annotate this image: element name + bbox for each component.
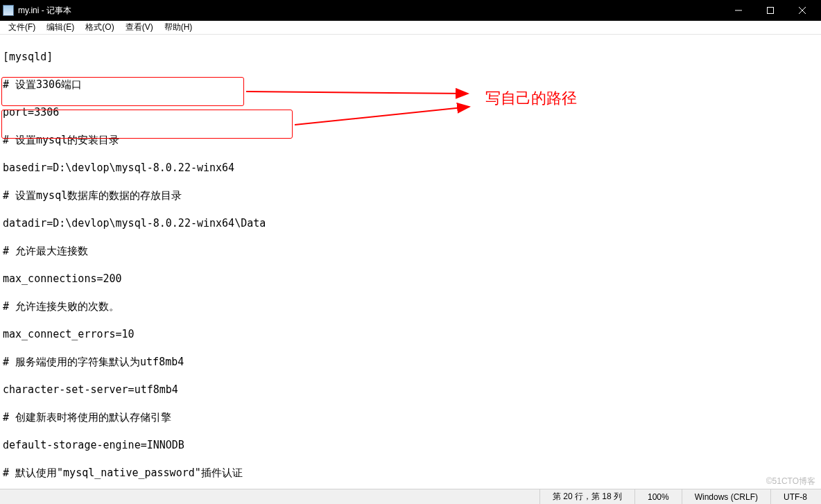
text-line: # 服务端使用的字符集默认为utf8mb4 bbox=[3, 355, 818, 369]
text-line: max_connect_errors=10 bbox=[3, 327, 818, 341]
close-button[interactable] bbox=[786, 0, 818, 21]
text-line: [mysqld] bbox=[3, 50, 818, 64]
text-line: basedir=D:\devlop\mysql-8.0.22-winx64 bbox=[3, 161, 818, 175]
text-line: # 设置mysql的安装目录 bbox=[3, 133, 818, 147]
window-title: my.ini - 记事本 bbox=[18, 5, 723, 17]
annotation-label: 写自己的路径 bbox=[485, 92, 577, 105]
menu-file[interactable]: 文件(F) bbox=[3, 20, 41, 35]
status-zoom: 100% bbox=[634, 489, 682, 504]
text-line: max_connections=200 bbox=[3, 272, 818, 286]
menu-view[interactable]: 查看(V) bbox=[120, 20, 159, 35]
text-line: # 默认使用"mysql_native_password"插件认证 bbox=[3, 466, 818, 480]
text-line: # 设置mysql数据库的数据的存放目录 bbox=[3, 189, 818, 202]
text-line: # 创建新表时将使用的默认存储引擎 bbox=[3, 410, 818, 424]
menu-format[interactable]: 格式(O) bbox=[80, 20, 119, 35]
status-position: 第 20 行，第 18 列 bbox=[539, 489, 634, 504]
editor-content[interactable]: [mysqld] # 设置3306端口 port=3306 # 设置mysql的… bbox=[0, 35, 821, 489]
menubar: 文件(F) 编辑(E) 格式(O) 查看(V) 帮助(H) bbox=[0, 21, 821, 35]
window-controls bbox=[723, 0, 818, 21]
text-line: datadir=D:\devlop\mysql-8.0.22-winx64\Da… bbox=[3, 216, 818, 230]
titlebar: my.ini - 记事本 bbox=[0, 0, 821, 21]
svg-line-5 bbox=[246, 92, 468, 94]
notepad-icon bbox=[3, 5, 14, 16]
menu-help[interactable]: 帮助(H) bbox=[159, 20, 198, 35]
text-line: default-storage-engine=INNODB bbox=[3, 438, 818, 452]
text-line: # 设置3306端口 bbox=[3, 78, 818, 92]
maximize-button[interactable] bbox=[754, 0, 786, 21]
statusbar: 第 20 行，第 18 列 100% Windows (CRLF) UTF-8 bbox=[0, 489, 821, 504]
minimize-button[interactable] bbox=[723, 0, 754, 21]
svg-rect-1 bbox=[768, 8, 774, 14]
status-encoding: UTF-8 bbox=[770, 489, 820, 504]
menu-edit[interactable]: 编辑(E) bbox=[41, 20, 80, 35]
text-line: # 允许最大连接数 bbox=[3, 244, 818, 258]
watermark: ©51CTO博客 bbox=[766, 476, 815, 487]
text-line: # 允许连接失败的次数。 bbox=[3, 299, 818, 313]
text-line: port=3306 bbox=[3, 105, 818, 119]
text-line: character-set-server=utf8mb4 bbox=[3, 383, 818, 397]
status-lineending: Windows (CRLF) bbox=[682, 489, 770, 504]
